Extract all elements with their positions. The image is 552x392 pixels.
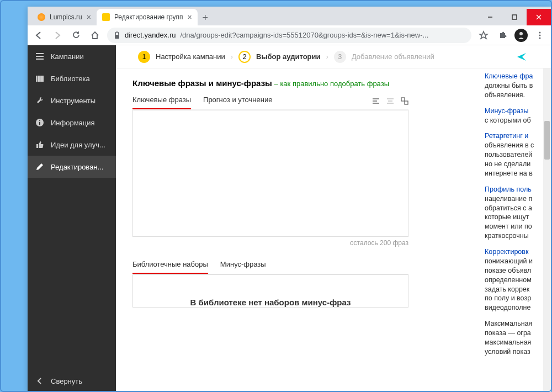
step-2-number[interactable]: 2 <box>238 51 251 63</box>
library-empty-text: В библиотеке нет наборов минус-фраз <box>190 298 351 307</box>
form-body: Ключевые фразы и минус-фразы – как прави… <box>116 68 551 392</box>
sidebar-item-tools[interactable]: Инструменты <box>28 89 116 112</box>
tab-library-sets[interactable]: Библиотечные наборы <box>132 260 208 274</box>
menu-icon <box>35 52 44 60</box>
sidebar-item-library[interactable]: Библиотека <box>28 67 116 89</box>
sidebar-label: Идеи для улуч... <box>51 141 105 149</box>
maximize-button[interactable] <box>502 9 527 25</box>
svg-rect-1 <box>512 15 517 19</box>
close-icon <box>536 14 542 20</box>
library-empty-box: В библиотеке нет наборов минус-фраз <box>132 274 408 308</box>
svg-rect-24 <box>401 98 405 101</box>
step-3-label: Добавление объявлений <box>352 52 434 61</box>
window-controls <box>478 9 551 25</box>
svg-rect-14 <box>40 76 44 82</box>
svg-rect-13 <box>38 76 40 82</box>
chevron-right-icon: › <box>326 52 328 61</box>
wrench-icon <box>35 96 44 105</box>
reload-icon <box>72 30 81 40</box>
profile-avatar[interactable] <box>514 29 528 42</box>
svg-point-17 <box>39 120 40 121</box>
help-link-profile[interactable]: Профиль поль <box>485 186 532 193</box>
browser-tab-lumpics[interactable]: Lumpics.ru × <box>32 9 97 25</box>
close-window-button[interactable] <box>527 9 551 25</box>
sidebar-item-edit[interactable]: Редактирован... <box>28 156 116 178</box>
forward-button[interactable] <box>51 29 64 42</box>
step-bar: 1 Настройка кампании › 2 Выбор аудитории… <box>116 45 551 68</box>
sidebar-item-campaigns[interactable]: Кампании <box>28 45 116 67</box>
tab-minus-phrases[interactable]: Минус-фразы <box>220 260 266 274</box>
sidebar-label: Инструменты <box>51 97 95 105</box>
sidebar: Кампании Библиотека Инструменты Информац… <box>28 45 116 392</box>
sidebar-collapse[interactable]: Свернуть <box>28 370 116 392</box>
svg-point-7 <box>539 34 541 36</box>
scroll-thumb[interactable] <box>544 121 550 160</box>
back-button[interactable] <box>32 29 45 42</box>
section-heading: Ключевые фразы и минус-фразы <box>132 78 272 88</box>
close-tab-icon[interactable]: × <box>87 13 91 22</box>
thumbs-up-icon <box>35 140 44 149</box>
svg-point-5 <box>519 32 523 35</box>
step-1-number[interactable]: 1 <box>138 51 150 63</box>
remaining-counter: осталось 200 фраз <box>132 239 408 247</box>
minimize-button[interactable] <box>478 9 502 25</box>
minimize-icon <box>487 14 493 20</box>
sidebar-item-ideas[interactable]: Идеи для улуч... <box>28 134 116 156</box>
menu-button[interactable] <box>533 29 546 42</box>
svg-rect-16 <box>39 122 40 125</box>
send-button[interactable] <box>514 50 529 64</box>
address-bar: direct.yandex.ru/dna/groups-edit?campaig… <box>28 25 551 45</box>
svg-point-6 <box>539 31 541 33</box>
sidebar-label: Кампании <box>51 52 84 61</box>
favicon-icon <box>38 13 45 21</box>
home-button[interactable] <box>88 29 102 42</box>
help-link-keywords[interactable]: Ключевые фра <box>485 72 533 80</box>
help-link-minus[interactable]: Минус-фразы <box>485 107 529 115</box>
new-tab-button[interactable]: + <box>198 10 213 25</box>
heading-help-link[interactable]: – как правильно подобрать фразы <box>274 80 389 88</box>
sidebar-label: Свернуть <box>51 377 82 385</box>
keywords-textarea[interactable] <box>132 110 408 237</box>
browser-window: Lumpics.ru × Редактирование групп × + <box>28 7 551 392</box>
tab-key-phrases[interactable]: Ключевые фразы <box>132 96 191 109</box>
svg-rect-12 <box>36 76 38 82</box>
maximize-icon <box>512 14 517 20</box>
help-link-adjustments[interactable]: Корректировк <box>485 248 528 256</box>
svg-point-8 <box>539 37 541 39</box>
close-tab-icon[interactable]: × <box>188 13 192 22</box>
bookmark-button[interactable] <box>477 29 490 42</box>
step-1-label[interactable]: Настройка кампании <box>156 52 225 61</box>
main-area: 1 Настройка кампании › 2 Выбор аудитории… <box>116 45 551 392</box>
step-2-label[interactable]: Выбор аудитории <box>256 52 320 61</box>
form-area: Ключевые фразы и минус-фразы – как прави… <box>116 68 482 392</box>
help-link-retargeting[interactable]: Ретаргетинг и <box>485 132 528 140</box>
send-icon <box>516 51 528 63</box>
chevron-right-icon: › <box>231 52 233 61</box>
chevron-left-icon <box>35 377 44 385</box>
scrollbar[interactable] <box>543 68 551 392</box>
expand-icon[interactable] <box>401 97 408 105</box>
sidebar-label: Информация <box>51 119 95 127</box>
library-icon <box>35 75 44 82</box>
help-column: Ключевые фрадолжны быть вобъявления. Мин… <box>482 68 543 392</box>
arrow-left-icon <box>34 30 44 40</box>
align-left-icon[interactable] <box>372 98 380 104</box>
align-center-icon[interactable] <box>386 98 394 104</box>
url-path: /dna/groups-edit?campaigns-ids=55512070&… <box>181 31 429 39</box>
star-icon <box>479 30 489 40</box>
home-icon <box>90 30 100 40</box>
browser-tab-yandex[interactable]: Редактирование групп × <box>97 9 198 25</box>
extensions-button[interactable] <box>496 29 509 42</box>
tab-forecast[interactable]: Прогноз и уточнение <box>203 96 272 109</box>
lock-icon <box>114 31 120 39</box>
reload-button[interactable] <box>70 29 83 42</box>
info-icon <box>35 118 44 127</box>
tab-bar: Lumpics.ru × Редактирование групп × + <box>28 7 551 25</box>
url-field[interactable]: direct.yandex.ru/dna/groups-edit?campaig… <box>107 28 471 43</box>
sidebar-item-info[interactable]: Информация <box>28 112 116 134</box>
svg-rect-25 <box>405 101 408 104</box>
svg-rect-4 <box>115 35 119 39</box>
tab-title: Lumpics.ru <box>50 13 82 21</box>
tabs-library: Библиотечные наборы Минус-фразы <box>132 260 408 274</box>
tab-title: Редактирование групп <box>114 13 183 21</box>
